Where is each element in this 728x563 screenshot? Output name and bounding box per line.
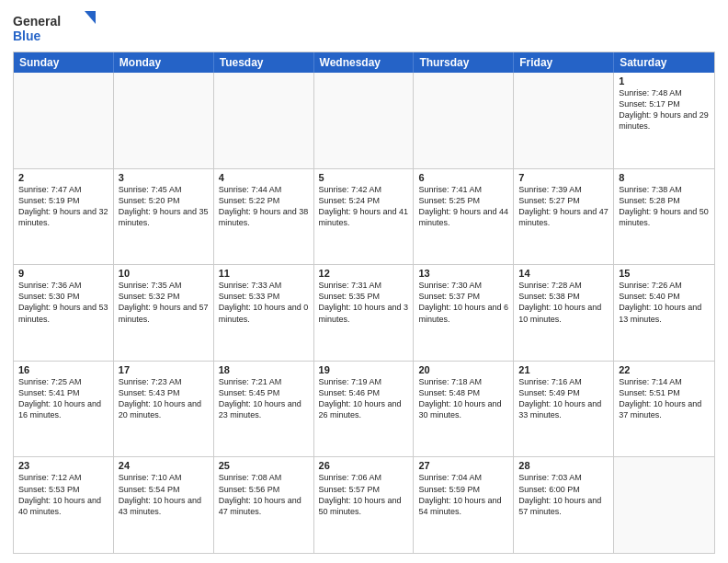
calendar-cell-empty-0-2 [214,73,314,168]
calendar-day-15: 15Sunrise: 7:26 AM Sunset: 5:40 PM Dayli… [614,265,714,361]
day-number: 14 [518,268,609,279]
day-number: 21 [518,364,609,375]
calendar-row-1: 2Sunrise: 7:47 AM Sunset: 5:19 PM Daylig… [14,168,714,265]
day-info: Sunrise: 7:19 AM Sunset: 5:46 PM Dayligh… [319,376,409,421]
calendar: SundayMondayTuesdayWednesdayThursdayFrid… [13,52,715,554]
day-info: Sunrise: 7:03 AM Sunset: 6:00 PM Dayligh… [518,472,609,517]
calendar-day-18: 18Sunrise: 7:21 AM Sunset: 5:45 PM Dayli… [214,362,314,457]
calendar-cell-empty-0-0 [14,73,114,168]
calendar-cell-empty-0-3 [314,73,415,168]
weekday-header-thursday: Thursday [414,52,514,73]
calendar-day-27: 27Sunrise: 7:04 AM Sunset: 5:59 PM Dayli… [414,457,514,553]
weekday-header-monday: Monday [114,52,214,73]
calendar-day-16: 16Sunrise: 7:25 AM Sunset: 5:41 PM Dayli… [14,362,114,457]
page: General Blue SundayMondayTuesdayWednesda… [0,0,728,563]
day-info: Sunrise: 7:33 AM Sunset: 5:33 PM Dayligh… [219,280,309,325]
weekday-header-sunday: Sunday [14,52,114,73]
day-info: Sunrise: 7:10 AM Sunset: 5:54 PM Dayligh… [119,472,209,517]
day-info: Sunrise: 7:18 AM Sunset: 5:48 PM Dayligh… [418,376,508,421]
day-number: 23 [18,460,108,471]
calendar-day-22: 22Sunrise: 7:14 AM Sunset: 5:51 PM Dayli… [614,362,714,457]
day-number: 22 [619,364,710,375]
calendar-day-9: 9Sunrise: 7:36 AM Sunset: 5:30 PM Daylig… [14,265,114,361]
day-info: Sunrise: 7:14 AM Sunset: 5:51 PM Dayligh… [619,376,710,421]
day-number: 15 [619,268,710,279]
calendar-day-23: 23Sunrise: 7:12 AM Sunset: 5:53 PM Dayli… [14,457,114,553]
day-info: Sunrise: 7:47 AM Sunset: 5:19 PM Dayligh… [18,184,108,229]
day-number: 3 [119,172,209,183]
calendar-body: 1Sunrise: 7:48 AM Sunset: 5:17 PM Daylig… [14,73,714,553]
calendar-cell-empty-0-5 [514,73,614,168]
calendar-day-25: 25Sunrise: 7:08 AM Sunset: 5:56 PM Dayli… [214,457,314,553]
day-info: Sunrise: 7:12 AM Sunset: 5:53 PM Dayligh… [18,472,108,517]
calendar-day-17: 17Sunrise: 7:23 AM Sunset: 5:43 PM Dayli… [114,362,214,457]
day-info: Sunrise: 7:48 AM Sunset: 5:17 PM Dayligh… [619,87,710,132]
day-number: 28 [518,460,609,471]
day-info: Sunrise: 7:42 AM Sunset: 5:24 PM Dayligh… [319,184,409,229]
day-number: 10 [119,268,209,279]
day-info: Sunrise: 7:25 AM Sunset: 5:41 PM Dayligh… [18,376,108,421]
calendar-day-14: 14Sunrise: 7:28 AM Sunset: 5:38 PM Dayli… [514,265,614,361]
calendar-day-5: 5Sunrise: 7:42 AM Sunset: 5:24 PM Daylig… [314,169,415,265]
svg-marker-2 [85,11,96,24]
day-info: Sunrise: 7:31 AM Sunset: 5:35 PM Dayligh… [319,280,409,325]
day-number: 9 [18,268,108,279]
day-number: 24 [119,460,209,471]
calendar-header: SundayMondayTuesdayWednesdayThursdayFrid… [14,52,714,73]
calendar-day-8: 8Sunrise: 7:38 AM Sunset: 5:28 PM Daylig… [614,169,714,265]
calendar-day-13: 13Sunrise: 7:30 AM Sunset: 5:37 PM Dayli… [414,265,514,361]
svg-text:Blue: Blue [13,29,41,43]
calendar-day-10: 10Sunrise: 7:35 AM Sunset: 5:32 PM Dayli… [114,265,214,361]
day-number: 25 [219,460,309,471]
day-number: 11 [219,268,309,279]
calendar-day-20: 20Sunrise: 7:18 AM Sunset: 5:48 PM Dayli… [414,362,514,457]
logo-area: General Blue [13,9,96,46]
weekday-header-friday: Friday [514,52,614,73]
day-info: Sunrise: 7:26 AM Sunset: 5:40 PM Dayligh… [619,280,710,325]
calendar-day-1: 1Sunrise: 7:48 AM Sunset: 5:17 PM Daylig… [614,73,714,168]
day-info: Sunrise: 7:23 AM Sunset: 5:43 PM Dayligh… [119,376,209,421]
calendar-row-4: 23Sunrise: 7:12 AM Sunset: 5:53 PM Dayli… [14,456,714,553]
day-number: 5 [319,172,409,183]
logo-icon: General Blue [13,9,96,46]
day-info: Sunrise: 7:38 AM Sunset: 5:28 PM Dayligh… [619,184,710,229]
calendar-day-6: 6Sunrise: 7:41 AM Sunset: 5:25 PM Daylig… [414,169,514,265]
day-number: 8 [619,172,710,183]
day-number: 6 [418,172,508,183]
day-number: 16 [18,364,108,375]
day-number: 4 [219,172,309,183]
day-info: Sunrise: 7:30 AM Sunset: 5:37 PM Dayligh… [418,280,508,325]
weekday-header-tuesday: Tuesday [214,52,314,73]
day-info: Sunrise: 7:16 AM Sunset: 5:49 PM Dayligh… [518,376,609,421]
calendar-cell-empty-0-1 [114,73,214,168]
svg-text:General: General [13,14,61,29]
calendar-day-3: 3Sunrise: 7:45 AM Sunset: 5:20 PM Daylig… [114,169,214,265]
calendar-row-3: 16Sunrise: 7:25 AM Sunset: 5:41 PM Dayli… [14,361,714,457]
day-number: 20 [418,364,508,375]
day-info: Sunrise: 7:06 AM Sunset: 5:57 PM Dayligh… [319,472,409,517]
day-number: 18 [219,364,309,375]
day-info: Sunrise: 7:08 AM Sunset: 5:56 PM Dayligh… [219,472,309,517]
day-number: 2 [18,172,108,183]
calendar-day-7: 7Sunrise: 7:39 AM Sunset: 5:27 PM Daylig… [514,169,614,265]
day-number: 27 [418,460,508,471]
day-number: 12 [319,268,409,279]
calendar-day-4: 4Sunrise: 7:44 AM Sunset: 5:22 PM Daylig… [214,169,314,265]
calendar-day-11: 11Sunrise: 7:33 AM Sunset: 5:33 PM Dayli… [214,265,314,361]
day-number: 13 [418,268,508,279]
calendar-day-2: 2Sunrise: 7:47 AM Sunset: 5:19 PM Daylig… [14,169,114,265]
day-info: Sunrise: 7:21 AM Sunset: 5:45 PM Dayligh… [219,376,309,421]
day-info: Sunrise: 7:35 AM Sunset: 5:32 PM Dayligh… [119,280,209,325]
calendar-day-12: 12Sunrise: 7:31 AM Sunset: 5:35 PM Dayli… [314,265,415,361]
calendar-day-24: 24Sunrise: 7:10 AM Sunset: 5:54 PM Dayli… [114,457,214,553]
day-number: 19 [319,364,409,375]
day-number: 7 [518,172,609,183]
calendar-cell-empty-0-4 [414,73,514,168]
weekday-header-wednesday: Wednesday [314,52,415,73]
weekday-header-saturday: Saturday [614,52,714,73]
day-info: Sunrise: 7:28 AM Sunset: 5:38 PM Dayligh… [518,280,609,325]
calendar-day-21: 21Sunrise: 7:16 AM Sunset: 5:49 PM Dayli… [514,362,614,457]
day-info: Sunrise: 7:44 AM Sunset: 5:22 PM Dayligh… [219,184,309,229]
day-number: 17 [119,364,209,375]
calendar-row-0: 1Sunrise: 7:48 AM Sunset: 5:17 PM Daylig… [14,73,714,168]
